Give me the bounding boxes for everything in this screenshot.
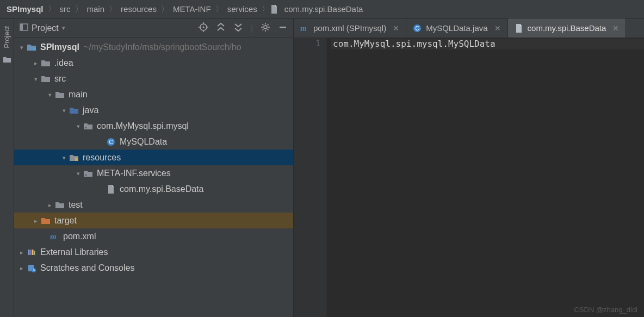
chevron-right-icon: 〉 <box>261 4 270 14</box>
crumb-services[interactable]: services <box>224 4 261 14</box>
crumb-resources[interactable]: resources <box>117 4 160 14</box>
close-icon[interactable]: ✕ <box>612 24 619 33</box>
folder-icon <box>40 74 51 83</box>
svg-rect-14 <box>30 250 32 255</box>
package-icon <box>83 122 94 130</box>
svg-rect-5 <box>280 27 286 28</box>
crumb-main[interactable]: main <box>84 4 108 14</box>
collapse-all-icon[interactable] <box>233 22 243 34</box>
tree-label: target <box>54 213 77 228</box>
project-sidebar: Project ▾ | ▾ SPImysql ~/myStudyInfo/msb… <box>14 18 294 317</box>
source-folder-icon <box>69 106 79 115</box>
svg-rect-1 <box>20 24 23 30</box>
tree-row-main[interactable]: ▾ main <box>14 86 293 102</box>
svg-text:m: m <box>50 232 57 241</box>
expand-arrow-icon[interactable]: ▾ <box>60 150 69 165</box>
tab-basedata[interactable]: com.my.spi.BaseData ✕ <box>508 18 627 38</box>
scratches-icon <box>26 264 37 272</box>
expand-arrow-icon[interactable]: ▾ <box>32 71 40 86</box>
tree-label: Scratches and Consoles <box>40 260 134 276</box>
tree-label: main <box>69 87 88 102</box>
crumb-file[interactable]: com.my.spi.BaseData <box>281 4 367 14</box>
expand-arrow-icon[interactable]: ▸ <box>32 213 40 228</box>
project-header: Project ▾ | <box>14 18 293 38</box>
expand-arrow-icon[interactable]: ▸ <box>17 260 26 276</box>
tree-row-basedata[interactable]: com.my.spi.BaseData <box>14 181 293 197</box>
expand-arrow-icon[interactable]: ▸ <box>32 55 40 71</box>
code-area[interactable]: com.MyMysql.spi.mysql.MySQLData <box>326 38 644 317</box>
tree-label: com.MyMysql.spi.mysql <box>97 119 189 134</box>
module-icon <box>26 43 37 52</box>
tree-label: test <box>69 197 83 213</box>
tree-row-project-root[interactable]: ▾ SPImysql ~/myStudyInfo/msb/springbootS… <box>14 39 293 55</box>
chevron-right-icon: 〉 <box>47 4 57 14</box>
tree-row-pom[interactable]: m pom.xml <box>14 228 293 244</box>
editor-body[interactable]: 1 com.MyMysql.spi.mysql.MySQLData <box>294 38 644 317</box>
folder-icon <box>40 59 51 67</box>
expand-arrow-icon[interactable]: ▾ <box>17 40 26 55</box>
maven-icon: m <box>49 232 60 241</box>
svg-rect-15 <box>32 250 34 255</box>
editor-tabs: m pom.xml (SPImysql) ✕ C MySQLData.java … <box>294 18 644 38</box>
line-gutter: 1 <box>294 38 326 317</box>
project-view-icon <box>20 23 28 34</box>
svg-rect-6 <box>33 48 36 51</box>
package-icon <box>83 169 94 178</box>
tab-mysqldata[interactable]: C MySQLData.java ✕ <box>406 18 507 38</box>
tree-row-class[interactable]: C MySQLData <box>14 134 293 150</box>
project-header-label[interactable]: Project <box>32 23 59 33</box>
svg-rect-10 <box>75 158 78 161</box>
tab-label: MySQLData.java <box>426 23 487 33</box>
watermark: CSDN @zhang_didi <box>574 306 637 314</box>
class-icon: C <box>413 24 422 33</box>
svg-point-11 <box>85 174 87 176</box>
tree-row-resources[interactable]: ▾ resources <box>14 150 293 165</box>
close-icon[interactable]: ✕ <box>393 24 399 33</box>
chevron-right-icon: 〉 <box>214 4 224 14</box>
tree-row-test[interactable]: ▸ test <box>14 197 293 213</box>
svg-point-3 <box>203 27 205 28</box>
tree-row-src[interactable]: ▾ src <box>14 71 293 86</box>
tab-label: com.my.spi.BaseData <box>528 23 606 33</box>
tree-row-target[interactable]: ▸ target <box>14 213 293 228</box>
expand-arrow-icon[interactable]: ▸ <box>17 245 26 260</box>
expand-all-icon[interactable] <box>216 22 226 34</box>
crumb-metainf[interactable]: META-INF <box>170 4 214 14</box>
class-icon: C <box>106 138 116 146</box>
project-tool-tab[interactable]: Project <box>3 23 11 51</box>
expand-arrow-icon[interactable]: ▾ <box>46 87 54 102</box>
minimize-icon[interactable] <box>278 22 288 34</box>
settings-gear-icon[interactable] <box>261 22 270 34</box>
tree-row-java[interactable]: ▾ java <box>14 102 293 118</box>
tree-row-metainf[interactable]: ▾ META-INF.services <box>14 165 293 181</box>
svg-text:C: C <box>416 26 419 32</box>
tree-label: java <box>83 103 98 118</box>
project-tree[interactable]: ▾ SPImysql ~/myStudyInfo/msb/springbootS… <box>14 38 293 317</box>
maven-icon: m <box>300 24 309 33</box>
tree-row-external-libraries[interactable]: ▸ External Libraries <box>14 244 293 260</box>
dropdown-caret-icon[interactable]: ▾ <box>62 24 65 32</box>
tree-row-scratches[interactable]: ▸ Scratches and Consoles <box>14 260 293 276</box>
folder-icon <box>54 90 65 99</box>
tab-pom[interactable]: m pom.xml (SPImysql) ✕ <box>294 18 406 38</box>
svg-point-4 <box>264 26 267 29</box>
expand-arrow-icon[interactable]: ▾ <box>74 166 83 181</box>
expand-arrow-icon[interactable]: ▸ <box>46 197 54 213</box>
close-icon[interactable]: ✕ <box>494 24 501 33</box>
expand-arrow-icon[interactable]: ▾ <box>60 103 69 118</box>
code-line[interactable]: com.MyMysql.spi.mysql.MySQLData <box>331 39 644 49</box>
svg-text:C: C <box>109 139 113 145</box>
expand-arrow-icon[interactable]: ▾ <box>74 119 83 134</box>
locate-icon[interactable] <box>199 22 208 34</box>
text-file-icon <box>515 24 523 33</box>
tree-label: META-INF.services <box>97 166 171 181</box>
tool-window-bar: Project <box>0 18 14 317</box>
crumb-src[interactable]: src <box>57 4 74 14</box>
tree-label: MySQLData <box>120 134 167 150</box>
text-file-icon <box>106 185 116 194</box>
tree-label: resources <box>83 150 121 165</box>
tree-label: SPImysql <box>40 40 79 55</box>
tree-row-idea[interactable]: ▸ .idea <box>14 55 293 71</box>
tree-row-package[interactable]: ▾ com.MyMysql.spi.mysql <box>14 118 293 134</box>
crumb-root[interactable]: SPImysql <box>7 4 47 14</box>
